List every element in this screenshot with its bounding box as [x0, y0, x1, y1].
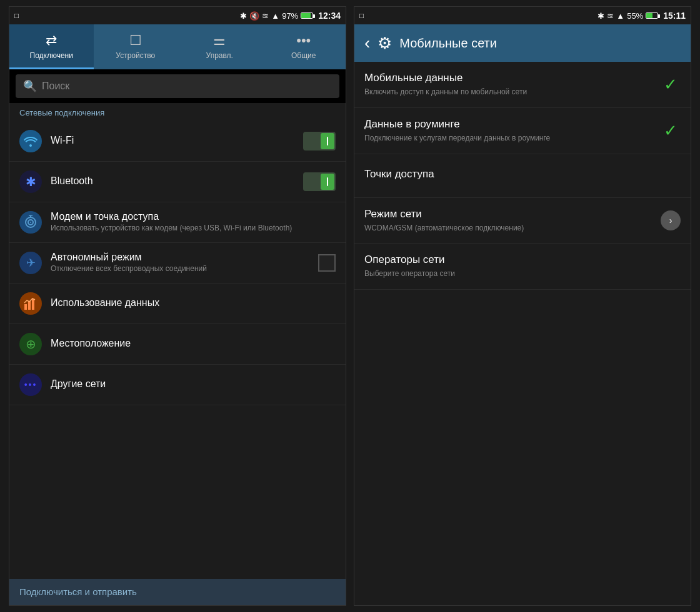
other-text: Другие сети	[51, 378, 336, 391]
tether-title: Модем и точка доступа	[51, 211, 336, 222]
location-title: Местоположение	[51, 338, 336, 349]
tether-text: Модем и точка доступа Использовать устро…	[51, 211, 336, 234]
airplane-text: Автономный режим Отключение всех беспров…	[51, 252, 309, 274]
signal-icon: ▲	[271, 11, 279, 21]
settings-item-bluetooth[interactable]: ✱ Bluetooth	[9, 162, 346, 202]
data-icon	[19, 292, 42, 315]
network-mode-title: Режим сети	[364, 208, 652, 220]
mobile-data-text: Мобильные данные Включить доступ к данны…	[364, 72, 652, 97]
svg-rect-4	[24, 304, 27, 310]
settings-item-airplane[interactable]: ✈ Автономный режим Отключение всех беспр…	[9, 243, 346, 284]
tab-device[interactable]: ☐ Устройство	[94, 24, 178, 69]
wifi-status-icon: ≋	[262, 11, 269, 21]
settings-item-other[interactable]: ••• Другие сети	[9, 365, 346, 405]
back-button[interactable]: ‹	[364, 33, 370, 53]
battery-icon-right	[646, 12, 658, 19]
operators-title: Операторы сети	[364, 254, 681, 266]
settings-item-location[interactable]: ⊕ Местоположение	[9, 324, 346, 365]
signal-icon-right: ▲	[616, 11, 624, 21]
mobile-data-title: Мобильные данные	[364, 72, 652, 84]
tab-manage-label: Управл.	[206, 51, 233, 60]
search-bar: 🔍 Поиск	[9, 69, 346, 103]
network-mode-text: Режим сети WCDMA/GSM (автоматическое под…	[364, 208, 652, 234]
other-icon: •••	[19, 373, 42, 396]
wifi-toggle[interactable]	[303, 132, 336, 151]
section-header-network: Сетевые подключения	[9, 103, 346, 121]
tab-device-label: Устройство	[116, 51, 155, 60]
settings-item-tether[interactable]: Модем и точка доступа Использовать устро…	[9, 202, 346, 243]
location-icon: ⊕	[19, 333, 42, 355]
tab-connections[interactable]: ⇄ Подключени	[9, 24, 94, 69]
r-settings-item-network-mode[interactable]: Режим сети WCDMA/GSM (автоматическое под…	[354, 198, 691, 244]
tether-icon	[19, 211, 42, 234]
r-settings-item-roaming[interactable]: Данные в роуминге Подключение к услугам …	[354, 108, 691, 154]
bt-icon-right: ✱	[598, 11, 604, 21]
network-mode-subtitle: WCDMA/GSM (автоматическое подключение)	[364, 223, 652, 234]
status-icons-right-right: ✱ ≋ ▲ 55% 15:11	[598, 11, 686, 21]
bluetooth-text: Bluetooth	[51, 175, 294, 188]
operators-text: Операторы сети Выберите оператора сети	[364, 254, 681, 279]
settings-item-wifi[interactable]: Wi-Fi	[9, 121, 346, 162]
status-icons-right-left: □	[359, 11, 364, 20]
left-phone: □ ✱ 🔇 ≋ ▲ 97% 12:34 ⇄ Подключени ☐ Устро…	[9, 6, 346, 606]
tether-subtitle: Использовать устройство как модем (через…	[51, 224, 336, 234]
location-text: Местоположение	[51, 338, 336, 350]
airplane-title: Автономный режим	[51, 252, 309, 263]
r-settings-item-operators[interactable]: Операторы сети Выберите оператора сети	[354, 244, 691, 290]
bluetooth-title: Bluetooth	[51, 175, 294, 187]
mobile-data-check[interactable]: ✓	[661, 74, 681, 94]
network-mode-chevron[interactable]: ›	[661, 210, 681, 230]
status-bar-left: □ ✱ 🔇 ≋ ▲ 97% 12:34	[9, 7, 346, 24]
bluetooth-icon: ✱	[19, 170, 42, 193]
svg-rect-6	[32, 299, 34, 310]
time-left: 12:34	[318, 11, 341, 21]
bottom-bar-text: Подключиться и отправить	[19, 586, 137, 597]
top-nav: ‹ ⚙ Мобильные сети	[354, 24, 691, 62]
tab-connections-label: Подключени	[30, 51, 73, 60]
airplane-subtitle: Отключение всех беспроводных соединений	[51, 264, 309, 274]
search-icon: 🔍	[23, 79, 37, 93]
access-points-text: Точки доступа	[364, 168, 681, 183]
access-points-title: Точки доступа	[364, 168, 681, 180]
search-input-wrapper[interactable]: 🔍 Поиск	[16, 74, 339, 98]
bottom-bar[interactable]: Подключиться и отправить	[9, 579, 346, 605]
battery-percent: 97%	[282, 11, 298, 21]
tab-general-label: Общие	[291, 51, 316, 60]
status-icons-left: □	[14, 11, 19, 20]
airplane-checkbox[interactable]	[318, 254, 336, 272]
bluetooth-toggle[interactable]	[303, 172, 336, 191]
phone-icon-right: □	[359, 11, 364, 20]
search-placeholder: Поиск	[42, 81, 69, 92]
wifi-text: Wi-Fi	[51, 135, 294, 147]
data-text: Использование данных	[51, 297, 336, 310]
connections-icon: ⇄	[46, 32, 57, 49]
bt-status-icon: ✱	[240, 11, 247, 21]
mobile-data-subtitle: Включить доступ к данным по мобильной се…	[364, 87, 652, 97]
wifi-icon-right: ≋	[607, 11, 614, 21]
battery-icon	[301, 12, 313, 19]
nav-title: Мобильные сети	[399, 36, 497, 51]
wifi-icon	[19, 130, 42, 152]
tab-manage[interactable]: ⚌ Управл.	[178, 24, 262, 69]
manage-icon: ⚌	[213, 32, 226, 49]
settings-item-data[interactable]: Использование данных	[9, 284, 346, 324]
gear-icon: ⚙	[378, 34, 392, 53]
battery-percent-right: 55%	[627, 11, 643, 21]
status-icons-right: ✱ 🔇 ≋ ▲ 97% 12:34	[240, 11, 341, 21]
right-phone: □ ✱ ≋ ▲ 55% 15:11 ‹ ⚙ Мобильные сети Моб…	[354, 6, 691, 606]
roaming-text: Данные в роуминге Подключение к услугам …	[364, 118, 652, 144]
roaming-title: Данные в роуминге	[364, 118, 652, 131]
airplane-icon: ✈	[19, 252, 42, 274]
phone-icon: □	[14, 11, 19, 20]
general-icon: •••	[296, 32, 311, 49]
tab-bar: ⇄ Подключени ☐ Устройство ⚌ Управл. ••• …	[9, 24, 346, 69]
roaming-subtitle: Подключение к услугам передачи данных в …	[364, 133, 652, 144]
r-settings-item-mobile-data[interactable]: Мобильные данные Включить доступ к данны…	[354, 62, 691, 108]
wifi-title: Wi-Fi	[51, 135, 294, 146]
tab-general[interactable]: ••• Общие	[262, 24, 346, 69]
r-settings-item-access-points[interactable]: Точки доступа	[354, 154, 691, 198]
time-right: 15:11	[663, 11, 686, 21]
svg-point-2	[30, 222, 31, 223]
other-title: Другие сети	[51, 378, 336, 390]
roaming-check[interactable]: ✓	[661, 121, 681, 141]
